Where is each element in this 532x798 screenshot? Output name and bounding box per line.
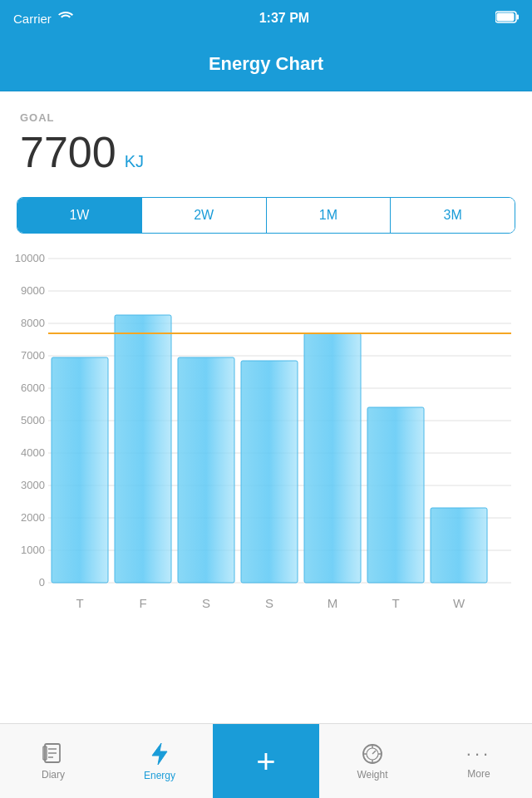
page-title: Energy Chart (209, 53, 323, 75)
svg-text:T: T (392, 596, 399, 610)
period-2w[interactable]: 2W (142, 198, 267, 233)
svg-text:W: W (453, 596, 466, 610)
svg-text:6000: 6000 (21, 382, 45, 394)
svg-text:7000: 7000 (21, 349, 45, 362)
svg-rect-1 (517, 15, 520, 20)
tab-diary-label: Diary (42, 769, 65, 781)
svg-text:T: T (76, 596, 83, 610)
svg-text:5000: 5000 (21, 414, 45, 426)
svg-rect-2 (497, 13, 515, 22)
tab-diary[interactable]: Diary (0, 724, 106, 798)
tab-add[interactable]: + (213, 724, 319, 798)
app-header: Energy Chart (0, 37, 532, 91)
svg-text:8000: 8000 (21, 317, 45, 329)
carrier-label: Carrier (13, 12, 52, 26)
svg-rect-25 (52, 357, 108, 583)
svg-line-51 (372, 751, 376, 754)
svg-rect-26 (115, 315, 171, 583)
svg-text:3000: 3000 (21, 479, 45, 491)
tab-bar: Diary Energy + Weight ··· More (0, 723, 532, 798)
status-bar: Carrier 1:37 PM (0, 0, 532, 37)
weight-icon (361, 742, 384, 766)
goal-number: 7700 (20, 127, 116, 177)
svg-text:S: S (202, 596, 210, 610)
svg-rect-29 (304, 333, 361, 583)
svg-rect-27 (178, 357, 234, 583)
time-display: 1:37 PM (259, 11, 309, 26)
goal-value: 7700 KJ (20, 127, 512, 177)
svg-text:M: M (328, 596, 338, 610)
svg-text:2000: 2000 (21, 511, 45, 524)
svg-text:9000: 9000 (21, 284, 45, 297)
wifi-icon (58, 12, 73, 26)
add-icon: + (256, 745, 275, 778)
svg-text:1000: 1000 (21, 544, 45, 556)
period-1m[interactable]: 1M (267, 198, 392, 233)
svg-rect-28 (241, 361, 298, 583)
more-icon: ··· (466, 743, 491, 765)
tab-energy[interactable]: Energy (106, 724, 213, 798)
tab-weight-label: Weight (357, 769, 387, 781)
period-selector: 1W 2W 1M 3M (17, 197, 515, 234)
tab-more-label: More (467, 768, 490, 780)
energy-chart: 10000 9000 8000 7000 6000 5000 4000 3000… (8, 250, 515, 649)
diary-icon (42, 742, 65, 766)
svg-rect-31 (431, 508, 487, 583)
svg-text:S: S (265, 596, 273, 610)
svg-text:10000: 10000 (15, 252, 45, 264)
svg-rect-30 (367, 407, 424, 583)
goal-unit: KJ (125, 152, 144, 171)
svg-text:F: F (139, 596, 146, 610)
battery-icon (495, 11, 519, 26)
tab-more[interactable]: ··· More (426, 724, 532, 798)
svg-text:4000: 4000 (21, 446, 45, 459)
tab-energy-label: Energy (144, 770, 175, 781)
goal-section: GOAL 7700 KJ (0, 91, 532, 187)
energy-icon (149, 741, 170, 766)
tab-weight[interactable]: Weight (319, 724, 426, 798)
status-bar-left: Carrier (13, 12, 73, 26)
period-3m[interactable]: 3M (391, 198, 515, 233)
chart-svg: 10000 9000 8000 7000 6000 5000 4000 3000… (8, 250, 515, 649)
period-1w[interactable]: 1W (17, 198, 142, 233)
goal-label: GOAL (20, 111, 512, 124)
svg-text:0: 0 (39, 576, 45, 589)
